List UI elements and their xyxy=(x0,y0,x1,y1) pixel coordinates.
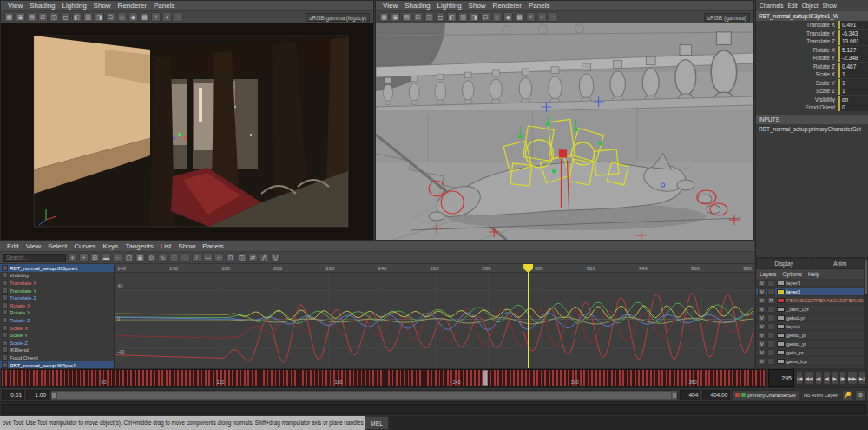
layer-color-swatch[interactable] xyxy=(777,281,785,286)
grid-icon[interactable]: ⊞ xyxy=(38,12,48,22)
safe-title-icon[interactable]: ⊡ xyxy=(481,12,490,22)
layer-name[interactable]: FBXASC227FBXASC131FBXASC2 xyxy=(786,298,866,303)
layer-type-toggle[interactable] xyxy=(767,288,775,295)
frame-all-icon[interactable]: ▢ xyxy=(124,253,134,262)
layer-type-toggle[interactable] xyxy=(767,306,775,313)
xray-icon[interactable]: ◔ xyxy=(549,12,558,22)
animation-start-field[interactable]: 0.01 xyxy=(2,390,24,400)
channel-value-field[interactable]: 0 xyxy=(838,103,868,111)
linear-tangent-icon[interactable]: / xyxy=(192,253,201,262)
layer-color-swatch[interactable] xyxy=(777,307,785,312)
layer-type-toggle[interactable] xyxy=(767,358,775,365)
input-node[interactable]: RBT_normal_setup:primaryCharacterSet xyxy=(756,124,868,134)
layer-color-swatch[interactable] xyxy=(777,315,785,321)
field-chart-icon[interactable]: ▥ xyxy=(458,12,468,22)
channel-value-field[interactable]: 0.491 xyxy=(838,21,868,29)
channel-box-object-name[interactable]: RBT_normal_setup:IK3ptre1_W xyxy=(756,11,868,21)
menu-item[interactable]: Curves xyxy=(70,242,99,250)
layer-row[interactable]: V layer3 xyxy=(756,279,868,288)
menu-item[interactable]: Edit xyxy=(3,242,23,250)
channel-box-tab[interactable]: Object xyxy=(802,3,819,9)
spline-tangent-icon[interactable]: ∫ xyxy=(169,253,179,262)
layer-row[interactable]: V gens_Lyr xyxy=(756,357,868,366)
layer-name[interactable]: layer2 xyxy=(786,289,800,294)
grid-icon[interactable]: ⊞ xyxy=(413,12,423,22)
colorspace-dropdown[interactable]: sRGB gamma (legacy) xyxy=(306,13,370,22)
flat-tangent-icon[interactable]: — xyxy=(203,253,213,262)
layer-menu-item[interactable]: Help xyxy=(808,271,819,277)
layer-type-toggle[interactable] xyxy=(767,314,775,321)
layer-visibility-toggle[interactable]: V xyxy=(758,297,766,304)
menu-item[interactable]: View xyxy=(23,242,44,250)
layer-name[interactable]: layer1 xyxy=(786,324,800,329)
lock-camera-icon[interactable]: ▣ xyxy=(391,12,400,22)
menu-item[interactable]: Shading xyxy=(401,2,433,10)
frame-playback-icon[interactable]: ▣ xyxy=(135,253,145,262)
layer-row[interactable]: V layer2 xyxy=(756,288,868,296)
command-line-input[interactable] xyxy=(2,404,866,414)
graph-channel-row[interactable]: Rotate X xyxy=(0,301,114,309)
lock-camera-icon[interactable]: ▣ xyxy=(16,12,25,22)
lighting-icon[interactable]: ☀ xyxy=(151,12,161,22)
menu-item[interactable]: View xyxy=(4,2,26,10)
shadows-icon[interactable]: ◐ xyxy=(537,12,547,22)
buffer-snapshot-icon[interactable]: ◫ xyxy=(237,253,247,262)
channel-box-tab[interactable]: Show xyxy=(822,3,836,9)
clamped-tangent-icon[interactable]: ⌒ xyxy=(181,253,190,262)
graph-channel-row[interactable]: Scale Z xyxy=(0,339,114,347)
layer-color-swatch[interactable] xyxy=(777,289,785,294)
menu-item[interactable]: Panels xyxy=(150,2,178,10)
graph-channel-row[interactable]: Translate X xyxy=(0,279,114,287)
timeline-playhead[interactable] xyxy=(483,370,488,386)
safe-action-icon[interactable]: ◨ xyxy=(95,12,104,22)
field-chart-icon[interactable]: ▥ xyxy=(83,12,93,22)
graph-channel-row[interactable]: Food Orient xyxy=(0,354,114,361)
channel-value-field[interactable]: 1 xyxy=(838,87,868,95)
camera-view-cathedral[interactable] xyxy=(1,23,373,240)
layer-visibility-toggle[interactable]: V xyxy=(758,314,766,321)
layer-editor-tab[interactable]: Display xyxy=(756,258,812,269)
resolution-gate-icon[interactable]: ◻ xyxy=(61,12,70,22)
layer-name[interactable]: gesto_pr xyxy=(786,333,806,338)
step-back-frame-button[interactable]: ◀| xyxy=(815,371,822,385)
select-camera-icon[interactable]: ▦ xyxy=(379,12,389,22)
center-view-icon[interactable]: ⊙ xyxy=(147,253,156,262)
layer-editor-tab[interactable]: Anim xyxy=(812,258,868,269)
graph-channel-row[interactable]: Scale Y xyxy=(0,331,114,339)
layer-row[interactable]: V layer1 xyxy=(756,322,868,331)
playback-end-field[interactable]: 404 xyxy=(680,390,700,400)
menu-item[interactable]: Panels xyxy=(199,242,227,250)
channel-value-field[interactable]: 0.467 xyxy=(838,63,868,70)
camera-view-rig[interactable] xyxy=(376,23,753,240)
channel-box-tab[interactable]: Edit xyxy=(787,3,797,9)
graph-channel-row[interactable]: RBT_normal_setup:IK3ptre1 xyxy=(0,264,114,272)
graph-channel-row[interactable]: Scale X xyxy=(0,324,114,332)
shadows-icon[interactable]: ◐ xyxy=(162,12,172,22)
auto-tangent-icon[interactable]: ∿ xyxy=(158,253,168,262)
layer-visibility-toggle[interactable]: V xyxy=(758,349,766,356)
gate-mask-icon[interactable]: ◧ xyxy=(447,12,457,22)
character-set-dropdown[interactable]: primaryCharacterSet xyxy=(732,390,799,400)
layer-color-swatch[interactable] xyxy=(777,298,785,303)
layer-scrollbar[interactable] xyxy=(864,258,868,368)
menu-item[interactable]: Shading xyxy=(26,2,58,10)
shaded-icon[interactable]: ◆ xyxy=(503,12,513,22)
film-gate-icon[interactable]: ◫ xyxy=(49,12,59,22)
menu-item[interactable]: List xyxy=(157,242,174,250)
auto-key-toggle[interactable]: 🔑 xyxy=(842,390,853,400)
layer-row[interactable]: V R FBXASC227FBXASC131FBXASC2 xyxy=(756,296,868,305)
wireframe-icon[interactable]: ◇ xyxy=(492,12,502,22)
layer-row[interactable]: V _cam_Lyr xyxy=(756,305,868,314)
viewport-perspective[interactable]: ViewShadingLightingShowRendererPanels ▦▣… xyxy=(0,0,374,241)
channel-value-field[interactable]: 13.661 xyxy=(838,37,868,45)
range-bar[interactable] xyxy=(57,392,671,399)
layer-visibility-toggle[interactable]: V xyxy=(758,358,766,365)
layer-type-toggle[interactable]: R xyxy=(767,297,775,304)
step-back-key-button[interactable]: ◀◀ xyxy=(804,371,813,385)
layer-row[interactable]: V geio_pr xyxy=(756,348,868,357)
current-frame-field[interactable]: 295 xyxy=(768,369,794,387)
time-slider[interactable]: 60120180240300360 xyxy=(1,369,766,387)
layer-visibility-toggle[interactable]: V xyxy=(758,280,766,287)
layer-visibility-toggle[interactable]: V xyxy=(758,288,766,295)
layer-color-swatch[interactable] xyxy=(777,333,785,338)
